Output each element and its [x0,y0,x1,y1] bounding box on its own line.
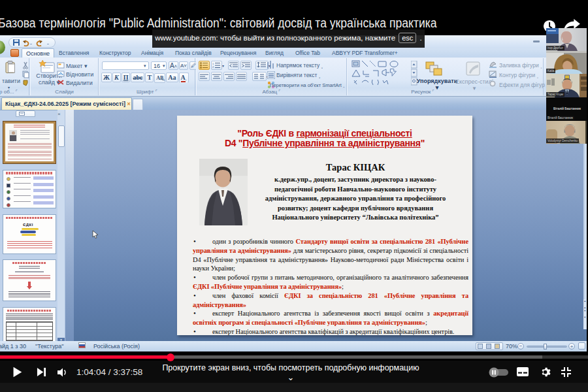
svg-text:2: 2 [212,65,214,69]
